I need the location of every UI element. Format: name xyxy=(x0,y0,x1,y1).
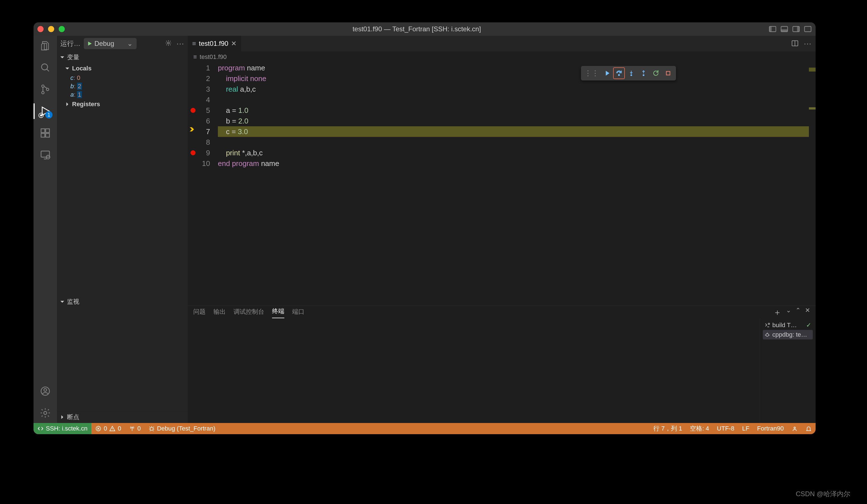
debug-config-name: Debug xyxy=(94,40,114,47)
split-editor-icon[interactable] xyxy=(791,40,799,47)
terminal-list-item[interactable]: cppdbg: te… xyxy=(763,330,813,340)
toggle-panel-icon[interactable] xyxy=(780,25,788,33)
local-variable[interactable]: a: 1 xyxy=(57,90,188,99)
tab-filename: test01.f90 xyxy=(199,40,228,47)
activity-bar: 1 xyxy=(33,36,57,423)
notifications-icon[interactable] xyxy=(802,426,816,432)
debug-status[interactable]: Debug (Test_Fortran) xyxy=(145,425,219,432)
editor-tab[interactable]: ≡ test01.f90 ✕ xyxy=(188,36,241,51)
remote-explorer-icon[interactable] xyxy=(39,149,51,161)
panel-tabs: 问题 输出 调试控制台 终端 端口 ＋ ⌄ ⌃ ✕ xyxy=(188,306,816,318)
file-icon: ≡ xyxy=(192,40,196,47)
line-number[interactable]: 5 xyxy=(188,105,210,116)
line-number[interactable]: 10 xyxy=(188,158,210,169)
code-editor[interactable]: ⋮⋮ 12345678910 program name implicit non… xyxy=(188,63,816,305)
file-icon: ≡ xyxy=(193,53,197,61)
debug-badge: 1 xyxy=(45,111,53,118)
window-title: test01.f90 — Test_Fortran [SSH: i.sctek.… xyxy=(353,25,481,33)
registers-section[interactable]: Registers xyxy=(57,99,188,109)
more-actions-icon[interactable]: ··· xyxy=(804,40,812,48)
line-number[interactable]: 2 xyxy=(188,73,210,84)
code-line[interactable]: c = 3.0 xyxy=(218,126,816,137)
svg-point-22 xyxy=(168,42,170,44)
gear-icon[interactable] xyxy=(165,40,172,47)
code-line[interactable]: a = 1.0 xyxy=(218,105,816,116)
more-icon[interactable]: ··· xyxy=(176,40,184,48)
svg-rect-13 xyxy=(41,129,45,132)
remote-indicator[interactable]: SSH: i.sctek.cn xyxy=(33,423,91,434)
line-number[interactable]: 4 xyxy=(188,94,210,105)
line-number[interactable]: 9 xyxy=(188,148,210,158)
variables-section[interactable]: 变量 xyxy=(57,51,188,63)
toggle-primary-sidebar-icon[interactable] xyxy=(769,25,777,33)
code-line[interactable] xyxy=(218,94,816,105)
tab-problems[interactable]: 问题 xyxy=(193,308,206,318)
line-number[interactable]: 8 xyxy=(188,137,210,148)
local-variable[interactable]: b: 2 xyxy=(57,82,188,90)
debug-config-dropdown[interactable]: Debug ⌄ xyxy=(84,38,137,49)
watch-section[interactable]: 监视 xyxy=(57,296,188,308)
maximize-window-button[interactable] xyxy=(58,26,65,32)
cursor-position[interactable]: 行 7，列 1 xyxy=(650,425,686,433)
line-number[interactable]: 3 xyxy=(188,84,210,94)
tab-ports[interactable]: 端口 xyxy=(292,308,304,318)
problems-status[interactable]: 0 0 xyxy=(91,425,125,432)
ports-status[interactable]: 0 xyxy=(125,425,145,432)
terminal-list-item[interactable]: build T…✓ xyxy=(763,320,813,330)
eol-status[interactable]: LF xyxy=(738,425,753,432)
remote-icon xyxy=(38,426,44,432)
local-variable[interactable]: c: 0 xyxy=(57,74,188,82)
close-panel-icon[interactable]: ✕ xyxy=(805,307,810,318)
tab-debug-console[interactable]: 调试控制台 xyxy=(234,308,264,318)
play-icon xyxy=(87,41,93,47)
vscode-window: test01.f90 — Test_Fortran [SSH: i.sctek.… xyxy=(33,22,816,434)
settings-gear-icon[interactable] xyxy=(39,407,51,419)
code-line[interactable]: program name xyxy=(218,63,816,73)
debug-icon xyxy=(149,426,155,432)
overview-ruler[interactable] xyxy=(809,63,816,305)
encoding-status[interactable]: UTF-8 xyxy=(713,425,738,432)
chevron-down-icon: ⌄ xyxy=(127,40,133,47)
code-line[interactable]: end program name xyxy=(218,158,816,169)
locals-section[interactable]: Locals xyxy=(57,63,188,74)
language-mode[interactable]: Fortran90 xyxy=(753,425,788,432)
svg-point-29 xyxy=(766,334,769,336)
code-line[interactable]: print *,a,b,c xyxy=(218,148,816,158)
extensions-icon[interactable] xyxy=(39,127,51,139)
code-line[interactable]: real a,b,c xyxy=(218,84,816,94)
terminal-view[interactable] xyxy=(188,318,760,423)
run-debug-icon[interactable]: 1 xyxy=(39,105,51,117)
tab-terminal[interactable]: 终端 xyxy=(272,307,284,318)
accounts-icon[interactable] xyxy=(39,385,51,397)
source-control-icon[interactable] xyxy=(39,83,51,96)
close-tab-icon[interactable]: ✕ xyxy=(231,40,237,47)
indentation-status[interactable]: 空格: 4 xyxy=(686,425,713,433)
terminal-list: build T…✓cppdbg: te… xyxy=(760,318,816,423)
new-terminal-icon[interactable]: ＋ xyxy=(773,307,782,318)
line-number[interactable]: 7 xyxy=(188,126,210,137)
svg-rect-15 xyxy=(46,133,50,137)
close-window-button[interactable] xyxy=(38,26,44,32)
svg-rect-3 xyxy=(781,29,788,32)
breakpoints-section[interactable]: 断点 xyxy=(57,411,188,423)
svg-point-31 xyxy=(131,427,133,428)
terminal-dropdown-icon[interactable]: ⌄ xyxy=(786,307,791,318)
feedback-icon[interactable] xyxy=(788,426,802,432)
code-line[interactable] xyxy=(218,137,816,148)
explorer-icon[interactable] xyxy=(39,40,51,52)
svg-point-32 xyxy=(150,427,153,430)
line-number[interactable]: 1 xyxy=(188,63,210,73)
customize-layout-icon[interactable] xyxy=(804,25,812,33)
svg-point-8 xyxy=(42,85,44,87)
editor-group: ≡ test01.f90 ✕ ··· ≡ test01.f90 xyxy=(188,36,816,423)
toggle-secondary-sidebar-icon[interactable] xyxy=(792,25,800,33)
breadcrumb[interactable]: ≡ test01.f90 xyxy=(188,51,816,63)
tab-output[interactable]: 输出 xyxy=(213,308,226,318)
maximize-panel-icon[interactable]: ⌃ xyxy=(795,307,801,318)
line-number[interactable]: 6 xyxy=(188,116,210,126)
svg-rect-5 xyxy=(797,26,800,32)
minimize-window-button[interactable] xyxy=(48,26,54,32)
search-icon[interactable] xyxy=(39,62,51,74)
code-line[interactable]: implicit none xyxy=(218,73,816,84)
code-line[interactable]: b = 2.0 xyxy=(218,116,816,126)
